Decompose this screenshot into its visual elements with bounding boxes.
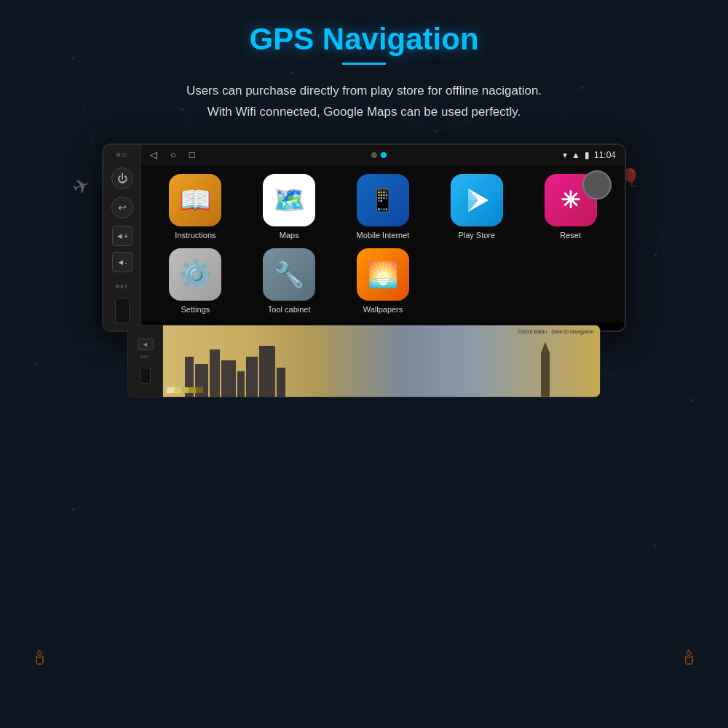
app-slot-empty-2	[528, 248, 613, 314]
settings-icon: ⚙️	[169, 248, 221, 301]
tool-cabinet-label: Tool cabinet	[268, 305, 311, 314]
volume-down-button[interactable]: ◄-	[112, 252, 132, 272]
app-instructions[interactable]: 📖 Instructions	[153, 174, 238, 240]
second-sd-slot	[141, 368, 151, 384]
maps-label: Maps	[280, 231, 299, 240]
mobile-internet-icon: 📱	[357, 174, 409, 226]
power-button[interactable]: ⏻	[111, 167, 133, 189]
nav-buttons: ◁ ○ □	[150, 149, 195, 160]
device-screen: ◁ ○ □ ▾ ▲ ▮ 11:04	[141, 145, 625, 331]
second-left-panel: ◄ RST	[128, 325, 163, 397]
second-vol-up[interactable]: ◄	[138, 339, 154, 350]
status-bar: ◁ ○ □ ▾ ▲ ▮ 11:04	[141, 145, 625, 165]
maps-icon: 🗺️	[263, 174, 315, 226]
app-play-store[interactable]: Play Store	[434, 174, 519, 240]
play-store-icon	[451, 174, 503, 226]
app-wallpapers[interactable]: 🌅 Wallpapers	[341, 248, 426, 314]
left-control-panel: MIC ⏻ ↩ ◄+ ◄- RST	[103, 145, 141, 331]
instructions-icon: 📖	[169, 174, 221, 226]
volume-up-button[interactable]: ◄+	[112, 226, 132, 246]
app-mobile-internet[interactable]: 📱 Mobile Internet	[341, 174, 426, 240]
candle-right-decoration: 🕯	[678, 646, 699, 670]
recent-nav-button[interactable]: □	[189, 149, 195, 160]
map-display: ©2016 Baidu · Data ID Navigation	[163, 325, 600, 397]
volume-down-icon: ◄-	[116, 258, 127, 266]
head-unit-wrapper: MIC ⏻ ↩ ◄+ ◄- RST	[102, 143, 626, 397]
status-dot-2	[381, 152, 387, 158]
play-store-label: Play Store	[458, 231, 495, 240]
second-head-unit: ◄ RST	[127, 325, 601, 397]
status-right-area: ▾ ▲ ▮ 11:04	[563, 150, 616, 160]
second-screen: ©2016 Baidu · Data ID Navigation	[163, 325, 600, 397]
svg-line-12	[73, 473, 182, 510]
app-tool-cabinet[interactable]: 🔧 Tool cabinet	[247, 248, 332, 314]
battery-icon: ▮	[585, 150, 590, 160]
svg-point-27	[690, 399, 693, 402]
app-maps[interactable]: 🗺️ Maps	[247, 174, 332, 240]
mic-label: MIC	[116, 152, 128, 157]
tool-cabinet-icon: 🔧	[263, 248, 315, 301]
instructions-label: Instructions	[175, 231, 215, 240]
location-icon: ▾	[563, 150, 567, 160]
svg-point-29	[654, 545, 657, 547]
sd-card-slot	[115, 298, 130, 323]
back-button[interactable]: ↩	[111, 197, 133, 218]
app-grid: 📖 Instructions 🗺️ Maps 📱	[141, 165, 625, 323]
reset-label: Reset	[560, 231, 581, 240]
app-settings[interactable]: ⚙️ Settings	[153, 248, 238, 314]
subtitle: Users can purchase directly from play st…	[186, 81, 542, 123]
camera-button[interactable]	[582, 170, 612, 199]
home-nav-button[interactable]: ○	[170, 149, 176, 160]
svg-point-28	[71, 508, 74, 511]
page-title: GPS Navigation	[249, 22, 478, 57]
second-rst-label: RST	[141, 355, 150, 359]
map-overlay-text: ©2016 Baidu · Data ID Navigation	[518, 329, 594, 334]
mobile-internet-label: Mobile Internet	[357, 231, 410, 240]
back-nav-button[interactable]: ◁	[150, 149, 157, 160]
wallpapers-icon: 🌅	[357, 248, 409, 301]
map-color-scale	[167, 387, 203, 393]
status-dot-1	[371, 152, 377, 158]
head-unit: MIC ⏻ ↩ ◄+ ◄- RST	[102, 143, 626, 332]
clock: 11:04	[594, 150, 616, 160]
candle-left-decoration: 🕯	[29, 646, 50, 670]
volume-up-icon: ◄+	[116, 232, 128, 240]
wifi-icon: ▲	[571, 150, 580, 160]
wallpapers-label: Wallpapers	[363, 305, 403, 314]
svg-line-13	[546, 510, 655, 546]
title-underline	[342, 63, 386, 65]
rst-label: RST	[116, 284, 128, 289]
back-icon: ↩	[118, 202, 127, 213]
app-slot-empty-1	[434, 248, 519, 314]
power-icon: ⏻	[117, 173, 127, 184]
settings-label: Settings	[181, 305, 210, 314]
